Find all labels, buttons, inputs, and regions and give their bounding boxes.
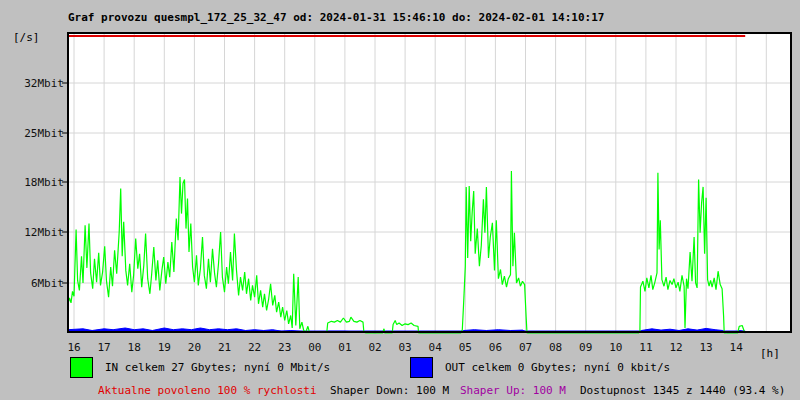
traffic-graph-page: Graf provozu quesmpl_172_25_32_47 od: 20… xyxy=(0,0,800,400)
svg-text:11: 11 xyxy=(639,341,652,354)
legend-in-swatch xyxy=(70,357,93,378)
svg-text:09: 09 xyxy=(579,341,592,354)
svg-text:32Mbit: 32Mbit xyxy=(24,77,64,90)
shaper-down-status: Shaper Down: 100 M xyxy=(330,384,449,397)
legend-out-label: OUT celkem 0 Gbytes; nyní 0 kbit/s xyxy=(445,361,670,374)
svg-text:03: 03 xyxy=(398,341,411,354)
svg-text:22: 22 xyxy=(248,341,261,354)
svg-text:21: 21 xyxy=(218,341,231,354)
svg-text:17: 17 xyxy=(97,341,110,354)
legend-in-label: IN celkem 27 Gbytes; nyní 0 Mbit/s xyxy=(105,361,330,374)
allowed-speed-status: Aktualne povoleno 100 % rychlosti xyxy=(98,384,317,397)
traffic-chart: 32Mbit25Mbit18Mbit12Mbit6Mbit16171819202… xyxy=(0,0,800,400)
svg-text:04: 04 xyxy=(429,341,443,354)
svg-text:23: 23 xyxy=(278,341,291,354)
svg-text:08: 08 xyxy=(549,341,562,354)
availability-status: Dostupnost 1345 z 1440 (93.4 %) xyxy=(580,384,785,397)
svg-text:12: 12 xyxy=(669,341,682,354)
legend-out-swatch xyxy=(410,357,433,378)
svg-text:14: 14 xyxy=(730,341,744,354)
svg-text:02: 02 xyxy=(368,341,381,354)
svg-text:10: 10 xyxy=(609,341,622,354)
svg-text:06: 06 xyxy=(489,341,502,354)
svg-text:25Mbit: 25Mbit xyxy=(24,127,64,140)
svg-text:19: 19 xyxy=(158,341,171,354)
shaper-up-status: Shaper Up: 100 M xyxy=(460,384,566,397)
svg-text:6Mbit: 6Mbit xyxy=(31,277,64,290)
svg-text:16: 16 xyxy=(67,341,80,354)
svg-text:01: 01 xyxy=(338,341,351,354)
svg-text:05: 05 xyxy=(459,341,472,354)
svg-text:07: 07 xyxy=(519,341,532,354)
svg-text:20: 20 xyxy=(188,341,201,354)
svg-text:18Mbit: 18Mbit xyxy=(24,176,64,189)
svg-text:12Mbit: 12Mbit xyxy=(24,226,64,239)
svg-text:13: 13 xyxy=(699,341,712,354)
svg-text:00: 00 xyxy=(308,341,321,354)
svg-text:18: 18 xyxy=(128,341,141,354)
